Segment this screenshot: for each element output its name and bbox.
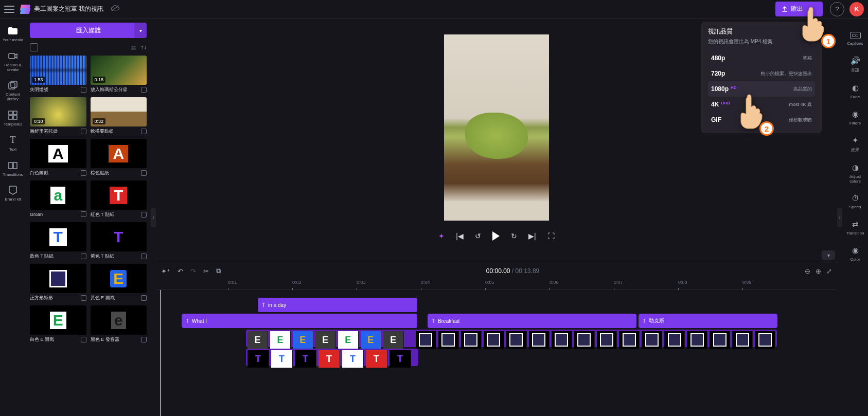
text-clip[interactable]: TWhat I [182,314,417,328]
fit-icon[interactable]: ⤢ [826,267,832,275]
export-button[interactable]: 匯出 ▾ [775,2,823,16]
timeline-ruler[interactable]: 0:01 0:02 0:03 0:04 0:05 0:06 0:07 0:08 … [156,280,837,290]
sidebar-adjust[interactable]: ◑Adjust colors [843,160,867,187]
cut-icon[interactable]: ✂ [203,267,209,275]
collapse-right-button[interactable]: › [837,208,842,227]
sidebar-fade[interactable]: ◐Fade [843,80,867,102]
export-option-480p[interactable]: 480p草稿 [708,50,815,66]
text-icon: T [432,318,435,324]
svg-rect-1 [9,53,15,59]
zoom-in-icon[interactable]: ⊕ [816,267,821,275]
video-preview[interactable] [444,34,549,221]
redo-icon[interactable]: ↷ [190,267,196,275]
sort-icon[interactable]: ↑↓ [140,44,147,51]
text-clip[interactable]: T勒克斯 [639,314,777,328]
text-clip[interactable]: Tin a day [258,298,417,312]
forward-icon[interactable]: ↻ [511,232,517,240]
library-icon [8,80,18,91]
captions-icon: CC [850,32,861,39]
media-item[interactable]: T紫色 T 貼紙 [91,222,147,260]
app-logo [21,5,30,14]
color-icon: ◉ [852,246,859,255]
user-avatar[interactable]: K [849,2,864,16]
sidebar-text[interactable]: T Text [1,132,25,155]
collapse-left: ‹ [151,19,156,416]
sidebar-templates[interactable]: Templates [1,107,25,130]
export-option-720p[interactable]: 720p較小的檔案。更快速匯出 [708,66,815,81]
filters-icon: ◉ [852,110,859,119]
media-item[interactable]: A白色圖戳 [30,139,86,176]
sidebar-color[interactable]: ◉Color [843,243,867,265]
fullscreen-icon[interactable]: ⛶ [547,232,555,240]
rewind-icon[interactable]: ↺ [475,232,481,240]
text-clip[interactable]: TBreakfast [428,314,636,328]
play-button[interactable] [492,231,500,241]
export-option-1080p[interactable]: 1080pHD高品質的 [708,81,815,97]
export-option-4k[interactable]: 4KUHDmost 4K 媒 [708,97,815,112]
collapse-left-button[interactable]: ‹ [151,208,156,227]
media-item[interactable]: E白色 E 圖戳 [30,305,86,343]
sidebar-your-media[interactable]: Your media [1,23,25,46]
svg-rect-7 [13,116,17,119]
sidebar-content-library[interactable]: Content library [1,77,25,105]
magic-icon[interactable]: ✦ [438,232,445,240]
export-option-gif[interactable]: GIF僅秒數或吻 [708,112,815,128]
media-item[interactable]: e黑色 E 發音器 [91,305,147,343]
timeline-tracks[interactable]: Tin a day TWhat I TBreakfast T勒克斯 E E E … [156,290,837,416]
cloud-sync-icon[interactable] [111,5,120,14]
media-item[interactable]: T紅色 T 貼紙 [91,180,147,218]
svg-rect-2 [9,83,15,89]
media-item[interactable]: T藍色 T 貼紙 [30,222,86,260]
media-item[interactable]: A棕色貼紙 [91,139,147,176]
effects-icon: ✦ [852,136,859,145]
menu-icon[interactable] [4,6,14,13]
skip-start-icon[interactable]: |◀ [456,232,464,240]
transitions-icon [8,160,18,171]
sidebar-transition[interactable]: ⇄Transition [843,216,867,239]
dropdown-subtitle: 您的視訊會匯出為 MP4 檔案 [708,38,815,45]
import-media-button[interactable]: 匯入媒體 ▾ [30,23,147,38]
sidebar-record[interactable]: Record & create [1,48,25,76]
svg-rect-3 [11,81,17,87]
brandkit-icon [8,185,18,195]
filter-icon[interactable]: ⚌ [131,44,136,51]
help-button[interactable]: ? [830,2,844,16]
zoom-out-icon[interactable]: ⊖ [805,267,810,275]
sidebar-audio[interactable]: 🔊音訊 [843,53,867,76]
right-sidebar: CCCaptions 🔊音訊 ◐Fade ◉Filters ✦效果 ◑Adjus… [842,19,868,416]
topbar: 美工圖案之冠軍 我的視訊 匯出 ▾ ? K [0,0,868,19]
sidebar-transitions[interactable]: Transitions [1,157,25,180]
media-item[interactable]: 0:32軟搭要點@ [91,97,147,135]
select-all-checkbox[interactable] [30,43,38,51]
timeline-toolbar: ✦⁺ ↶ ↷ ✂ ⧉ 00:00.00 / 00:13.89 ⊖ ⊕ ⤢ [156,262,837,280]
export-dropdown: 視訊品質 您的視訊會匯出為 MP4 檔案 480p草稿 720p較小的檔案。更快… [701,22,822,133]
sidebar-brandkit[interactable]: Brand kit [1,182,25,205]
sidebar-filters[interactable]: ◉Filters [843,106,867,129]
media-item[interactable]: 1:53失明燈號 [30,56,86,93]
media-item[interactable]: E黃色 E 圖戳 [91,264,147,301]
playhead[interactable] [160,290,161,416]
sidebar-captions[interactable]: CCCaptions [843,29,867,49]
transition-icon: ⇄ [852,220,859,229]
copy-icon[interactable]: ⧉ [216,267,221,275]
media-panel: 匯入媒體 ▾ ⚌ ↑↓ 1:53失明燈號 0:18放入帕瑪斯公分@ 0:10海鮮… [26,19,151,416]
templates-icon [8,110,18,120]
magic-tool-icon[interactable]: ✦⁺ [161,267,170,275]
adjust-icon: ◑ [852,163,859,172]
sidebar-speed[interactable]: ⏱Speed [843,191,867,212]
folder-icon [8,26,18,36]
chevron-down-icon[interactable]: ▾ [134,23,147,38]
speaker-icon: 🔊 [851,56,860,65]
svg-rect-8 [9,162,12,169]
media-item[interactable]: aGroan [30,180,86,218]
media-item[interactable]: 0:18放入帕瑪斯公分@ [91,56,147,93]
undo-icon[interactable]: ↶ [178,267,183,275]
svg-rect-5 [13,111,17,115]
media-item[interactable]: 0:10海鮮里索托@ [30,97,86,135]
media-item[interactable]: 正方形矩形 [30,264,86,301]
expand-preview-button[interactable]: ▾ [822,250,835,260]
text-icon: T [8,135,18,146]
skip-end-icon[interactable]: ▶| [528,232,536,240]
text-icon: T [262,302,265,308]
sidebar-effects[interactable]: ✦效果 [843,133,867,156]
